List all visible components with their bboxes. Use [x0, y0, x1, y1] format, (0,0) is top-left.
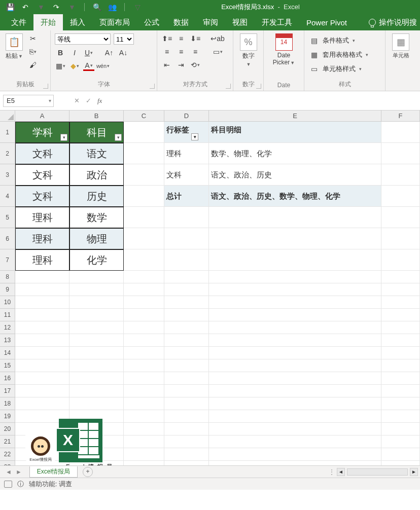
enter-formula-icon[interactable]: ✓: [86, 97, 91, 104]
tab-file[interactable]: 文件: [4, 14, 33, 30]
cell[interactable]: [381, 385, 420, 397]
cell[interactable]: [124, 122, 164, 143]
wrap-text-icon[interactable]: ↩ab: [212, 33, 223, 44]
row-header[interactable]: 19: [0, 410, 15, 423]
cell[interactable]: [124, 309, 164, 321]
cell[interactable]: [381, 122, 420, 143]
cell[interactable]: [15, 321, 69, 334]
accessibility-icon[interactable]: ⓘ: [17, 480, 24, 489]
format-painter-icon[interactable]: 🖌: [27, 60, 39, 70]
cell[interactable]: [164, 283, 209, 296]
cell[interactable]: [69, 334, 124, 347]
undo-icon[interactable]: ↶: [21, 3, 29, 11]
cell[interactable]: [164, 385, 209, 397]
cell[interactable]: [381, 347, 420, 359]
cell[interactable]: 学科▾: [15, 122, 69, 143]
tab-insert[interactable]: 插入: [63, 14, 92, 30]
row-header[interactable]: 10: [0, 296, 15, 309]
cell[interactable]: [381, 249, 420, 271]
cell[interactable]: [381, 321, 420, 334]
align-left-icon[interactable]: ≡: [161, 47, 172, 57]
tab-page-layout[interactable]: 页面布局: [92, 14, 137, 30]
cell[interactable]: [164, 423, 209, 435]
row-header[interactable]: 16: [0, 372, 15, 385]
cell[interactable]: [15, 271, 69, 283]
grow-font-icon[interactable]: A↑: [103, 48, 115, 58]
cell[interactable]: 历史: [69, 186, 124, 207]
cell[interactable]: 语文: [69, 143, 124, 164]
row-header[interactable]: 21: [0, 435, 15, 448]
cell[interactable]: [164, 372, 209, 385]
save-icon[interactable]: 💾: [6, 3, 14, 11]
cell[interactable]: 行标签▾: [164, 122, 209, 143]
cell[interactable]: 科目▾: [69, 122, 124, 143]
orientation-icon[interactable]: ⟲▾: [190, 60, 201, 70]
cell[interactable]: 物理: [69, 228, 124, 249]
cell[interactable]: [209, 461, 381, 465]
col-F[interactable]: F: [381, 111, 420, 121]
cell[interactable]: [124, 296, 164, 309]
dialog-launcher-icon[interactable]: [256, 84, 261, 89]
font-size-select[interactable]: 11: [114, 33, 134, 45]
cut-icon[interactable]: ✂: [27, 33, 39, 44]
tab-review[interactable]: 审阅: [196, 14, 225, 30]
row-header[interactable]: 18: [0, 397, 15, 410]
date-picker-button[interactable]: 14 Date Picker▼: [269, 33, 299, 66]
cell[interactable]: [164, 271, 209, 283]
cell[interactable]: [124, 271, 164, 283]
cell[interactable]: [15, 283, 69, 296]
cell[interactable]: [15, 359, 69, 372]
row-header[interactable]: 1: [0, 122, 15, 143]
cell[interactable]: [124, 385, 164, 397]
row-header[interactable]: 23: [0, 461, 15, 465]
cell[interactable]: [69, 397, 124, 410]
redo-icon[interactable]: ↷: [52, 3, 60, 11]
shrink-font-icon[interactable]: A↓: [118, 48, 129, 58]
cell[interactable]: [164, 347, 209, 359]
cell[interactable]: [209, 385, 381, 397]
cell[interactable]: [209, 309, 381, 321]
tab-data[interactable]: 数据: [166, 14, 196, 30]
cell-styles-button[interactable]: ▭单元格样式▾: [308, 64, 362, 74]
name-box[interactable]: E5: [3, 95, 54, 107]
cell[interactable]: [124, 372, 164, 385]
cancel-formula-icon[interactable]: ✕: [74, 97, 80, 104]
cell[interactable]: [69, 283, 124, 296]
number-format-button[interactable]: % 数字▼: [238, 33, 259, 67]
paste-button[interactable]: 📋 粘贴▼: [4, 33, 24, 60]
cell[interactable]: [124, 334, 164, 347]
cell[interactable]: [124, 321, 164, 334]
cell[interactable]: [124, 397, 164, 410]
filter-dropdown-icon[interactable]: ▾: [115, 134, 122, 141]
cell[interactable]: [164, 397, 209, 410]
cell[interactable]: [209, 410, 381, 423]
cell[interactable]: [381, 410, 420, 423]
align-bottom-icon[interactable]: ⬇≡: [190, 33, 201, 44]
spreadsheet-grid[interactable]: A B C D E F 1学科▾科目▾行标签▾科目明细2文科语文理科数学、物理、…: [0, 111, 420, 465]
row-header[interactable]: 22: [0, 448, 15, 461]
cell[interactable]: [209, 228, 381, 249]
cell[interactable]: [69, 296, 124, 309]
cell[interactable]: [69, 271, 124, 283]
copy-icon[interactable]: ⎘▾: [27, 47, 39, 57]
bold-icon[interactable]: B: [55, 48, 66, 58]
increase-indent-icon[interactable]: ⇥: [176, 60, 187, 70]
decrease-indent-icon[interactable]: ⇤: [161, 60, 172, 70]
cell[interactable]: [124, 228, 164, 249]
cell[interactable]: [124, 359, 164, 372]
cell[interactable]: [381, 397, 420, 410]
sheet-nav-prev-icon[interactable]: ◄: [4, 468, 13, 476]
align-center-icon[interactable]: ≡: [176, 47, 187, 57]
row-header[interactable]: 5: [0, 207, 15, 228]
cell[interactable]: [69, 309, 124, 321]
cell[interactable]: 文科: [15, 186, 69, 207]
cell[interactable]: [209, 249, 381, 271]
cell[interactable]: 语文、政治、历史: [209, 164, 381, 186]
conditional-formatting-button[interactable]: ▤条件格式▾: [308, 35, 355, 46]
cell[interactable]: [381, 423, 420, 435]
sheet-tab[interactable]: Excel情报局: [29, 466, 78, 478]
formula-input[interactable]: [102, 95, 420, 107]
cell[interactable]: [381, 271, 420, 283]
row-header[interactable]: 8: [0, 271, 15, 283]
cell[interactable]: [164, 410, 209, 423]
